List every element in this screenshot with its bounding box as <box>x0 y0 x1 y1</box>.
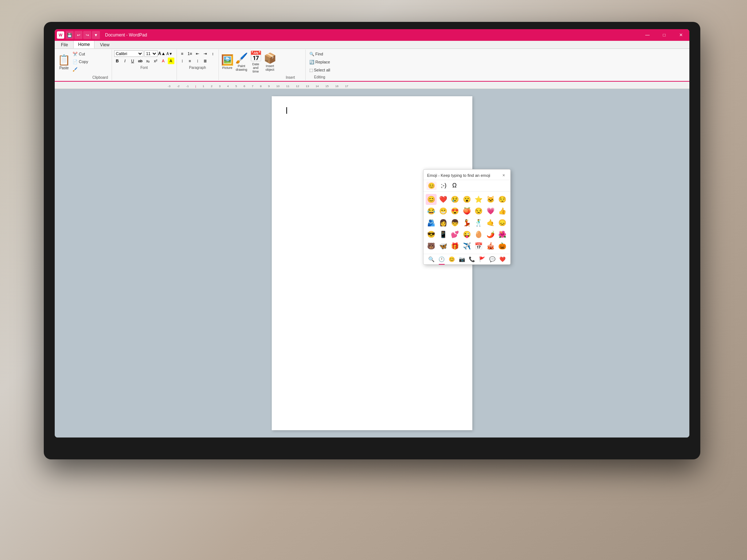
subscript-button[interactable]: x₂ <box>145 58 151 64</box>
emoji-cell[interactable]: 😒 <box>473 206 484 217</box>
font-group: Calibri Arial Times New Roman 11 12 14 1… <box>112 50 177 80</box>
shrink-font-button[interactable]: A▼ <box>166 50 173 57</box>
justify-button[interactable]: ≣ <box>202 58 209 64</box>
emoji-cell[interactable]: 👦 <box>449 217 460 228</box>
font-size-select[interactable]: 11 12 14 16 <box>144 50 158 57</box>
emoji-cell[interactable]: 🐻 <box>426 241 437 252</box>
emoji-cell[interactable]: 🤙 <box>485 217 496 228</box>
emoji-cell[interactable]: 😮 <box>461 194 472 205</box>
emoji-cell[interactable]: 😞 <box>497 217 508 228</box>
emoji-cell[interactable]: 😍 <box>449 206 460 217</box>
emoji-cell[interactable]: 😢 <box>449 194 460 205</box>
emoji-cell[interactable]: 😌 <box>497 194 508 205</box>
numbered-list-button[interactable]: 1≡ <box>187 50 193 57</box>
strikethrough-button[interactable]: ab <box>137 58 144 64</box>
emoji-cat-recent[interactable]: 🕐 <box>437 256 446 263</box>
emoji-cell[interactable]: 📅 <box>473 241 484 252</box>
find-button[interactable]: 🔍 Find <box>308 50 332 58</box>
emoji-cell[interactable]: 😎 <box>426 229 437 240</box>
paragraph-group: ≡ 1≡ ⇤ ⇥ ↕ ⫶ ≡ ⫶ ≣ Paragraph <box>177 50 219 80</box>
italic-button[interactable]: I <box>122 58 128 64</box>
emoji-cat-phone[interactable]: 📞 <box>467 256 476 263</box>
emoji-cell[interactable]: 👩 <box>438 217 449 228</box>
tab-view[interactable]: View <box>95 41 114 48</box>
emoji-cat-search[interactable]: 🔍 <box>427 256 436 263</box>
emoji-picker[interactable]: Emoji - Keep typing to find an emoji × 😊… <box>423 169 511 265</box>
emoji-cat-smileys[interactable]: 😊 <box>447 256 456 263</box>
screen-bezel: W 💾 ↩ ↪ ▼ Document - WordPad — □ ✕ <box>55 29 689 438</box>
increase-indent-button[interactable]: ⇥ <box>202 50 209 57</box>
emoji-cell[interactable]: 🎃 <box>497 241 508 252</box>
undo-quick-btn[interactable]: ↩ <box>74 31 82 39</box>
select-all-button[interactable]: ⬚ Select all <box>308 66 332 74</box>
maximize-button[interactable]: □ <box>656 29 673 41</box>
font-group-label: Font <box>114 66 174 70</box>
emoji-cell[interactable]: 💗 <box>485 206 496 217</box>
emoji-cell[interactable]: 🎪 <box>485 241 496 252</box>
emoji-cell[interactable]: 😜 <box>461 229 472 240</box>
emoji-cell[interactable]: 😂 <box>426 206 437 217</box>
document-area[interactable]: Emoji - Keep typing to find an emoji × 😊… <box>55 89 689 438</box>
text-color-button[interactable]: A <box>160 58 167 64</box>
grow-font-button[interactable]: A▲ <box>159 50 165 57</box>
emoji-type-emoji[interactable]: 😊 <box>426 182 437 190</box>
datetime-icon: 📅 <box>249 51 262 62</box>
emoji-cell[interactable]: 👍 <box>497 206 508 217</box>
font-family-select[interactable]: Calibri Arial Times New Roman <box>114 50 143 57</box>
decrease-indent-button[interactable]: ⇤ <box>194 50 201 57</box>
emoji-cell[interactable]: 🌶️ <box>485 229 496 240</box>
bold-button[interactable]: B <box>114 58 121 64</box>
emoji-cell[interactable]: ❤️ <box>438 194 449 205</box>
emoji-cell[interactable]: 🕺 <box>473 217 484 228</box>
minimize-button[interactable]: — <box>639 29 656 41</box>
picture-button[interactable]: 🖼️ Picture <box>221 50 234 74</box>
emoji-close-button[interactable]: × <box>501 172 507 178</box>
customize-qat-btn[interactable]: ▼ <box>92 31 100 39</box>
emoji-cell[interactable]: ⭐ <box>473 194 484 205</box>
superscript-button[interactable]: x² <box>152 58 159 64</box>
paste-button[interactable]: 📋 Paste <box>58 50 70 74</box>
paste-icon: 📋 <box>58 55 70 65</box>
insert-object-button[interactable]: 📦 Insert object <box>264 50 276 74</box>
emoji-cat-heart[interactable]: ❤️ <box>498 256 507 263</box>
close-button[interactable]: ✕ <box>673 29 689 41</box>
cut-button[interactable]: ✂️ Cut <box>71 50 90 58</box>
replace-button[interactable]: 🔄 Replace <box>308 58 332 66</box>
emoji-cat-camera[interactable]: 📷 <box>457 256 467 263</box>
align-left-button[interactable]: ⫶ <box>179 58 186 64</box>
emoji-cell[interactable]: 🫂 <box>426 217 437 228</box>
emoji-cell[interactable]: 💕 <box>449 229 460 240</box>
emoji-type-symbols[interactable]: Ω <box>451 182 458 190</box>
redo-quick-btn[interactable]: ↪ <box>83 31 91 39</box>
emoji-cell[interactable]: 💃 <box>461 217 472 228</box>
emoji-cat-chat[interactable]: 💬 <box>488 256 497 263</box>
paint-drawing-button[interactable]: 🖌️ Paint drawing <box>235 50 248 74</box>
document-page[interactable]: Emoji - Keep typing to find an emoji × 😊… <box>272 96 472 430</box>
emoji-type-ascii[interactable]: ;-) <box>440 182 448 190</box>
emoji-cell[interactable]: 📱 <box>438 229 449 240</box>
emoji-cat-flag[interactable]: 🚩 <box>477 256 487 263</box>
bullets-button[interactable]: ≡ <box>179 50 186 57</box>
emoji-cell[interactable]: 🐱 <box>485 194 496 205</box>
emoji-cell[interactable]: ✈️ <box>461 241 472 252</box>
picture-label: Picture <box>222 66 232 70</box>
emoji-cell[interactable]: 😁 <box>438 206 449 217</box>
copy-button[interactable]: 📄 Copy <box>71 58 90 65</box>
align-right-button[interactable]: ⫶ <box>194 58 201 64</box>
emoji-cell[interactable]: 🎁 <box>449 241 460 252</box>
tab-home[interactable]: Home <box>73 40 94 48</box>
highlight-button[interactable]: A <box>168 58 174 64</box>
line-spacing-button[interactable]: ↕ <box>210 50 216 57</box>
insert-object-icon: 📦 <box>264 53 276 63</box>
save-quick-btn[interactable]: 💾 <box>66 31 74 39</box>
underline-button[interactable]: U <box>129 58 136 64</box>
datetime-button[interactable]: 📅 Date and time <box>249 50 262 74</box>
emoji-cell[interactable]: 🥚 <box>473 229 484 240</box>
tab-file[interactable]: File <box>56 41 73 48</box>
format-painter-button[interactable]: 🖌️ <box>71 66 90 73</box>
align-center-button[interactable]: ≡ <box>187 58 193 64</box>
emoji-cell[interactable]: 😊 <box>426 194 437 205</box>
emoji-cell[interactable]: 🌺 <box>497 229 508 240</box>
emoji-cell[interactable]: 🦋 <box>438 241 449 252</box>
emoji-cell[interactable]: 🍑 <box>461 206 472 217</box>
